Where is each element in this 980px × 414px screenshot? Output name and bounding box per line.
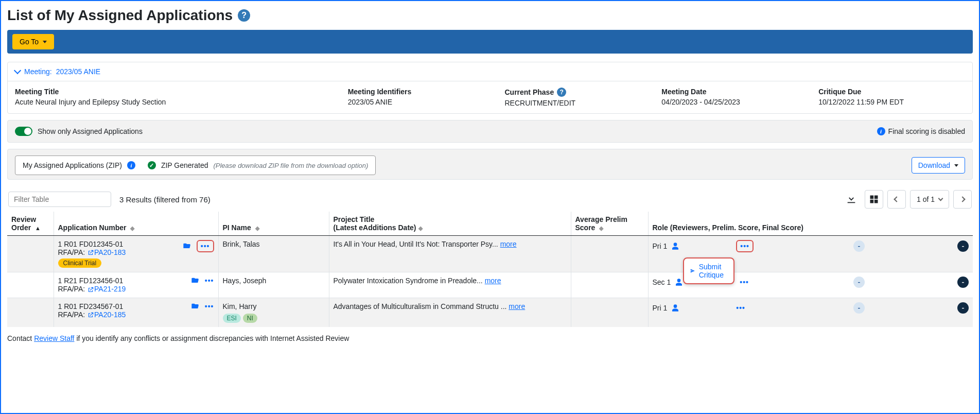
more-actions-icon[interactable]: ••• xyxy=(205,302,214,310)
meeting-critique-value: 10/12/2022 11:59 PM EDT xyxy=(818,98,965,106)
cell-pi-name: Hays, Joseph xyxy=(218,272,329,298)
meeting-title-label: Meeting Title xyxy=(15,88,338,96)
pager-prev[interactable] xyxy=(887,190,906,209)
chevron-down-icon xyxy=(14,67,21,74)
ni-badge: NI xyxy=(243,314,257,323)
meeting-phase-value: RECRUITMENT/EDIT xyxy=(504,99,651,107)
meeting-id-value: 2023/05 ANIE xyxy=(348,98,495,106)
meeting-date-label: Meeting Date xyxy=(661,88,808,96)
final-score-chip[interactable]: - xyxy=(957,302,969,314)
th-pi-name[interactable]: PI Name ◆ xyxy=(218,212,329,236)
sort-icon: ◆ xyxy=(418,225,423,232)
more-link[interactable]: more xyxy=(485,277,501,285)
clinical-trial-badge: Clinical Trial xyxy=(58,258,102,268)
pager-next[interactable] xyxy=(953,190,972,209)
more-actions-icon[interactable]: ••• xyxy=(201,242,210,250)
scoring-disabled: i Final scoring is disabled xyxy=(877,127,965,135)
rfa-link[interactable]: PA20-183 xyxy=(87,248,126,256)
pi-name: Brink, Talas xyxy=(223,240,325,248)
zip-status: ZIP Generated xyxy=(161,161,208,169)
help-icon[interactable]: ? xyxy=(557,88,566,97)
rfa-link[interactable]: PA20-185 xyxy=(87,310,126,319)
meeting-phase-label: Current Phase ? xyxy=(504,88,651,97)
role-label: Pri 1 xyxy=(653,242,668,250)
meeting-grid: Meeting Title Acute Neural Injury and Ep… xyxy=(8,81,972,113)
cell-app-number: 1 R21 FD123456-01RFA/PA: PA21-219••• xyxy=(54,272,218,298)
esi-badge: ESI xyxy=(223,314,241,323)
review-staff-link[interactable]: Review Staff xyxy=(34,334,74,342)
meeting-id-label: Meeting Identifiers xyxy=(348,88,495,96)
folder-icon[interactable] xyxy=(182,242,191,250)
rfa-prefix: RFA/PA: xyxy=(58,310,87,319)
zip-title: My Assigned Applications (ZIP) xyxy=(23,161,122,169)
table-row: 1 R01 FD234567-01RFA/PA: PA20-185•••Kim,… xyxy=(7,298,973,327)
page-title-row: List of My Assigned Applications ? xyxy=(7,7,973,24)
action-bar: Go To xyxy=(7,30,973,54)
more-link[interactable]: more xyxy=(500,240,517,248)
info-icon: i xyxy=(877,127,885,135)
person-icon[interactable] xyxy=(675,278,683,286)
cell-project-title: Polywater Intoxication Syndrome in Pread… xyxy=(329,272,571,298)
submit-critique-label: Submit Critique xyxy=(699,263,727,279)
role-label: Sec 1 xyxy=(653,278,671,286)
assigned-toggle[interactable] xyxy=(15,127,32,136)
cell-review-order xyxy=(7,236,54,272)
app-number: 1 R21 FD123456-01 xyxy=(58,277,126,285)
check-icon: ✓ xyxy=(148,161,156,169)
reviewer-actions-icon[interactable]: ••• xyxy=(740,278,749,286)
footer-suffix: if you identify any conflicts or assignm… xyxy=(76,334,349,342)
final-score-chip[interactable]: - xyxy=(957,277,969,288)
help-icon[interactable]: ? xyxy=(238,9,250,22)
more-actions-icon[interactable]: ••• xyxy=(205,277,214,285)
pi-name: Kim, Harry xyxy=(223,302,325,310)
page-title: List of My Assigned Applications xyxy=(7,7,233,24)
meeting-panel-header[interactable]: Meeting: 2023/05 ANIE xyxy=(8,62,972,81)
download-button[interactable]: Download xyxy=(912,157,965,174)
info-icon[interactable]: i xyxy=(127,161,135,169)
sort-asc-icon: ▲ xyxy=(35,225,41,231)
meeting-panel: Meeting: 2023/05 ANIE Meeting Title Acut… xyxy=(7,62,973,114)
reviewer-actions-icon[interactable]: ••• xyxy=(736,304,745,312)
cell-review-order xyxy=(7,272,54,298)
prelim-score-chip[interactable]: - xyxy=(853,302,865,314)
th-app-number[interactable]: Application Number ◆ xyxy=(54,212,218,236)
pager-text: 1 of 1 xyxy=(917,195,935,203)
rfa-prefix: RFA/PA: xyxy=(58,248,87,256)
cell-role: Pri 1 •••-- xyxy=(648,298,973,327)
cell-avg-prelim xyxy=(571,272,648,298)
table-row: 1 R01 FD012345-01RFA/PA: PA20-183Clinica… xyxy=(7,236,973,272)
project-title: Polywater Intoxication Syndrome in Pread… xyxy=(334,277,485,285)
zip-box: My Assigned Applications (ZIP) i ✓ ZIP G… xyxy=(15,156,376,175)
reviewer-actions-icon[interactable]: ••• xyxy=(740,242,749,250)
prelim-score-chip[interactable]: - xyxy=(853,277,865,288)
download-icon[interactable] xyxy=(842,190,861,209)
sort-icon: ◆ xyxy=(130,225,134,231)
final-score-chip[interactable]: - xyxy=(957,240,969,252)
app-number: 1 R01 FD234567-01 xyxy=(58,302,126,310)
row-actions-highlight: ••• xyxy=(197,240,214,252)
cell-pi-name: Brink, Talas xyxy=(218,236,329,272)
meeting-title-value: Acute Neural Injury and Epilepsy Study S… xyxy=(15,98,338,106)
goto-button[interactable]: Go To xyxy=(12,34,54,49)
footer-text: Contact Review Staff if you identify any… xyxy=(7,334,973,342)
prelim-score-chip[interactable]: - xyxy=(853,240,865,252)
folder-icon[interactable] xyxy=(190,277,200,285)
th-project-title[interactable]: Project Title (Latest eAdditions Date) ◆ xyxy=(329,212,571,236)
meeting-header-value: 2023/05 ANIE xyxy=(56,67,100,76)
pager-dropdown[interactable]: 1 of 1 xyxy=(910,190,949,209)
cell-avg-prelim xyxy=(571,298,648,327)
folder-icon[interactable] xyxy=(190,302,200,310)
person-icon[interactable] xyxy=(671,242,679,250)
rfa-link[interactable]: PA21-219 xyxy=(87,285,126,293)
submit-critique-popup[interactable]: Submit Critique xyxy=(683,257,734,284)
more-link[interactable]: more xyxy=(509,302,525,310)
th-avg-prelim[interactable]: Average Prelim Score ◆ xyxy=(571,212,648,236)
filter-input[interactable] xyxy=(8,192,111,207)
person-icon[interactable] xyxy=(671,304,679,312)
zip-panel: My Assigned Applications (ZIP) i ✓ ZIP G… xyxy=(7,149,973,180)
grid-view-icon[interactable] xyxy=(865,190,883,209)
cell-review-order xyxy=(7,298,54,327)
th-review-order[interactable]: Review Order ▲ xyxy=(7,212,54,236)
meeting-critique-label: Critique Due xyxy=(818,88,965,96)
table-controls: 3 Results (filtered from 76) 1 of 1 xyxy=(7,186,973,212)
